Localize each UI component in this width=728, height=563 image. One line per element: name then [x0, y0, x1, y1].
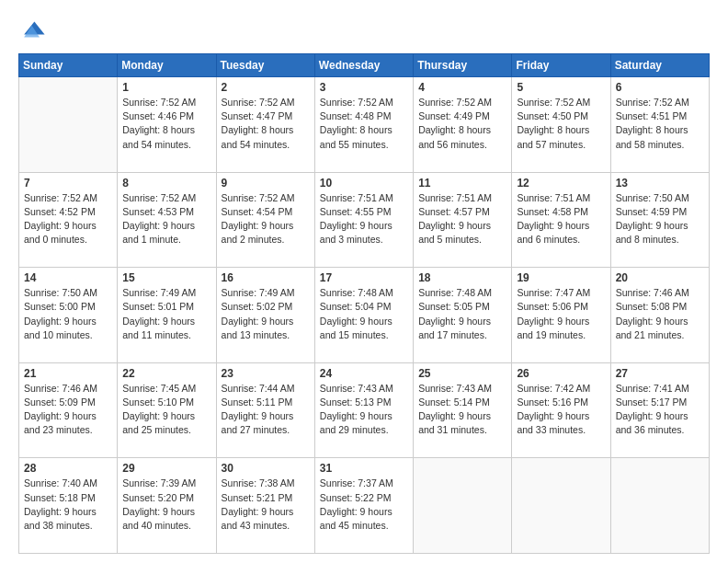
calendar-cell: 5Sunrise: 7:52 AMSunset: 4:50 PMDaylight…: [512, 77, 610, 173]
day-info: Sunrise: 7:52 AMSunset: 4:54 PMDaylight:…: [222, 191, 310, 247]
logo-icon: [20, 17, 46, 42]
day-number: 12: [517, 177, 605, 190]
day-info: Sunrise: 7:41 AMSunset: 5:17 PMDaylight:…: [616, 382, 704, 438]
day-number: 4: [418, 81, 506, 94]
weekday-header-row: SundayMondayTuesdayWednesdayThursdayFrid…: [19, 54, 710, 77]
day-number: 29: [122, 462, 210, 475]
day-info: Sunrise: 7:52 AMSunset: 4:46 PMDaylight:…: [122, 96, 210, 152]
day-number: 8: [122, 177, 210, 190]
day-info: Sunrise: 7:52 AMSunset: 4:52 PMDaylight:…: [24, 191, 112, 247]
calendar-cell: [414, 458, 512, 554]
calendar-cell: 7Sunrise: 7:52 AMSunset: 4:52 PMDaylight…: [19, 172, 118, 268]
day-info: Sunrise: 7:49 AMSunset: 5:01 PMDaylight:…: [122, 286, 210, 342]
weekday-sunday: Sunday: [19, 54, 118, 77]
calendar-cell: 19Sunrise: 7:47 AMSunset: 5:06 PMDayligh…: [512, 268, 610, 363]
day-info: Sunrise: 7:51 AMSunset: 4:57 PMDaylight:…: [418, 191, 506, 247]
week-row-3: 14Sunrise: 7:50 AMSunset: 5:00 PMDayligh…: [19, 268, 710, 363]
calendar-cell: 10Sunrise: 7:51 AMSunset: 4:55 PMDayligh…: [314, 172, 413, 268]
calendar-cell: 2Sunrise: 7:52 AMSunset: 4:47 PMDaylight…: [216, 77, 314, 173]
calendar-cell: [19, 77, 118, 173]
day-number: 18: [418, 271, 506, 284]
day-info: Sunrise: 7:52 AMSunset: 4:51 PMDaylight:…: [616, 96, 704, 152]
calendar-cell: 20Sunrise: 7:46 AMSunset: 5:08 PMDayligh…: [610, 268, 709, 363]
day-info: Sunrise: 7:52 AMSunset: 4:49 PMDaylight:…: [418, 96, 506, 152]
calendar-cell: 8Sunrise: 7:52 AMSunset: 4:53 PMDaylight…: [118, 172, 216, 268]
day-number: 31: [320, 462, 408, 475]
day-info: Sunrise: 7:46 AMSunset: 5:08 PMDaylight:…: [616, 286, 704, 342]
day-number: 22: [122, 367, 210, 380]
calendar-cell: 4Sunrise: 7:52 AMSunset: 4:49 PMDaylight…: [414, 77, 512, 173]
day-info: Sunrise: 7:48 AMSunset: 5:05 PMDaylight:…: [418, 286, 506, 342]
header: [18, 17, 710, 46]
day-info: Sunrise: 7:52 AMSunset: 4:53 PMDaylight:…: [122, 191, 210, 247]
calendar-cell: 31Sunrise: 7:37 AMSunset: 5:22 PMDayligh…: [314, 458, 413, 554]
week-row-4: 21Sunrise: 7:46 AMSunset: 5:09 PMDayligh…: [19, 362, 710, 458]
day-info: Sunrise: 7:49 AMSunset: 5:02 PMDaylight:…: [222, 286, 310, 342]
day-info: Sunrise: 7:40 AMSunset: 5:18 PMDaylight:…: [24, 477, 112, 533]
day-info: Sunrise: 7:51 AMSunset: 4:58 PMDaylight:…: [517, 191, 605, 247]
day-number: 7: [24, 177, 112, 190]
weekday-thursday: Thursday: [414, 54, 512, 77]
day-info: Sunrise: 7:37 AMSunset: 5:22 PMDaylight:…: [320, 477, 408, 533]
calendar-cell: [610, 458, 709, 554]
calendar-cell: 27Sunrise: 7:41 AMSunset: 5:17 PMDayligh…: [610, 362, 709, 458]
logo: [18, 17, 46, 46]
day-number: 2: [222, 81, 310, 94]
day-number: 27: [616, 367, 704, 380]
weekday-tuesday: Tuesday: [216, 54, 314, 77]
calendar-cell: 13Sunrise: 7:50 AMSunset: 4:59 PMDayligh…: [610, 172, 709, 268]
day-info: Sunrise: 7:52 AMSunset: 4:48 PMDaylight:…: [320, 96, 408, 152]
day-number: 10: [320, 177, 408, 190]
calendar-cell: 28Sunrise: 7:40 AMSunset: 5:18 PMDayligh…: [19, 458, 118, 554]
day-number: 9: [222, 177, 310, 190]
day-number: 20: [616, 271, 704, 284]
day-number: 14: [24, 271, 112, 284]
day-info: Sunrise: 7:45 AMSunset: 5:10 PMDaylight:…: [122, 382, 210, 438]
day-number: 24: [320, 367, 408, 380]
calendar-cell: 6Sunrise: 7:52 AMSunset: 4:51 PMDaylight…: [610, 77, 709, 173]
calendar-cell: 14Sunrise: 7:50 AMSunset: 5:00 PMDayligh…: [19, 268, 118, 363]
calendar-cell: 9Sunrise: 7:52 AMSunset: 4:54 PMDaylight…: [216, 172, 314, 268]
calendar-cell: 22Sunrise: 7:45 AMSunset: 5:10 PMDayligh…: [118, 362, 216, 458]
calendar-cell: 3Sunrise: 7:52 AMSunset: 4:48 PMDaylight…: [314, 77, 413, 173]
day-number: 11: [418, 177, 506, 190]
day-info: Sunrise: 7:50 AMSunset: 5:00 PMDaylight:…: [24, 286, 112, 342]
day-info: Sunrise: 7:43 AMSunset: 5:13 PMDaylight:…: [320, 382, 408, 438]
calendar-cell: 30Sunrise: 7:38 AMSunset: 5:21 PMDayligh…: [216, 458, 314, 554]
calendar-cell: 16Sunrise: 7:49 AMSunset: 5:02 PMDayligh…: [216, 268, 314, 363]
weekday-friday: Friday: [512, 54, 610, 77]
calendar-page: SundayMondayTuesdayWednesdayThursdayFrid…: [0, 0, 728, 563]
day-number: 19: [517, 271, 605, 284]
day-number: 21: [24, 367, 112, 380]
weekday-saturday: Saturday: [610, 54, 709, 77]
calendar-cell: 18Sunrise: 7:48 AMSunset: 5:05 PMDayligh…: [414, 268, 512, 363]
weekday-monday: Monday: [118, 54, 216, 77]
day-info: Sunrise: 7:38 AMSunset: 5:21 PMDaylight:…: [222, 477, 310, 533]
day-number: 17: [320, 271, 408, 284]
day-number: 16: [222, 271, 310, 284]
calendar-cell: 21Sunrise: 7:46 AMSunset: 5:09 PMDayligh…: [19, 362, 118, 458]
day-number: 5: [517, 81, 605, 94]
calendar-cell: 25Sunrise: 7:43 AMSunset: 5:14 PMDayligh…: [414, 362, 512, 458]
calendar-cell: 17Sunrise: 7:48 AMSunset: 5:04 PMDayligh…: [314, 268, 413, 363]
calendar-cell: 12Sunrise: 7:51 AMSunset: 4:58 PMDayligh…: [512, 172, 610, 268]
day-info: Sunrise: 7:43 AMSunset: 5:14 PMDaylight:…: [418, 382, 506, 438]
calendar-cell: 11Sunrise: 7:51 AMSunset: 4:57 PMDayligh…: [414, 172, 512, 268]
day-info: Sunrise: 7:39 AMSunset: 5:20 PMDaylight:…: [122, 477, 210, 533]
calendar-cell: 1Sunrise: 7:52 AMSunset: 4:46 PMDaylight…: [118, 77, 216, 173]
weekday-wednesday: Wednesday: [314, 54, 413, 77]
day-info: Sunrise: 7:44 AMSunset: 5:11 PMDaylight:…: [222, 382, 310, 438]
day-info: Sunrise: 7:51 AMSunset: 4:55 PMDaylight:…: [320, 191, 408, 247]
day-info: Sunrise: 7:50 AMSunset: 4:59 PMDaylight:…: [616, 191, 704, 247]
day-number: 28: [24, 462, 112, 475]
week-row-1: 1Sunrise: 7:52 AMSunset: 4:46 PMDaylight…: [19, 77, 710, 173]
calendar-cell: 15Sunrise: 7:49 AMSunset: 5:01 PMDayligh…: [118, 268, 216, 363]
calendar-cell: 23Sunrise: 7:44 AMSunset: 5:11 PMDayligh…: [216, 362, 314, 458]
day-number: 1: [122, 81, 210, 94]
week-row-5: 28Sunrise: 7:40 AMSunset: 5:18 PMDayligh…: [19, 458, 710, 554]
calendar-cell: 24Sunrise: 7:43 AMSunset: 5:13 PMDayligh…: [314, 362, 413, 458]
day-number: 26: [517, 367, 605, 380]
day-number: 23: [222, 367, 310, 380]
calendar-cell: 29Sunrise: 7:39 AMSunset: 5:20 PMDayligh…: [118, 458, 216, 554]
day-number: 25: [418, 367, 506, 380]
